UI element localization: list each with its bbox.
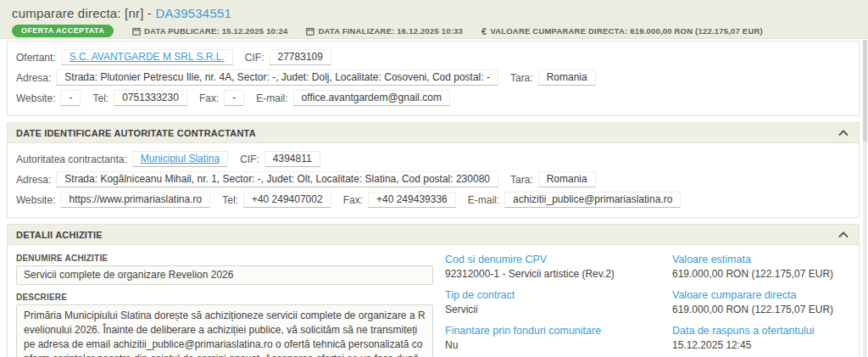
finantare-label: Finantare prin fonduri comunitare <box>445 325 672 337</box>
descriere-text: Primăria Municipiului Slatina dorește să… <box>24 310 426 357</box>
tara-value: Romania <box>538 70 596 86</box>
authority-section-header[interactable]: DATE IDENTIFICARE AUTORITATE CONTRACTANT… <box>8 123 859 143</box>
website-label: Website: <box>16 194 55 206</box>
tip-contract-item: Tip de contract Servicii <box>445 289 672 315</box>
fax-value: +40 249439336 <box>368 192 456 208</box>
descriere-label: DESCRIERE <box>16 293 433 302</box>
adresa-value: Strada: Kogălniceanu Mihail, nr. 1, Sect… <box>56 171 498 187</box>
email-label: E-mail: <box>468 194 499 206</box>
details-right-column: Valoare estimata 619.000,00 RON (122.175… <box>672 248 850 357</box>
denumire-label: DENUMIRE ACHIZITIE <box>16 254 433 263</box>
tara-value: Romania <box>538 171 596 187</box>
email-label: E-mail: <box>256 92 287 104</box>
cif-label: CIF: <box>240 153 259 165</box>
cif-value: 27783109 <box>270 49 331 65</box>
descriere-textarea[interactable]: Primăria Municipiului Slatina dorește să… <box>16 304 433 357</box>
finantare-value: Nu <box>445 339 672 351</box>
email-value: achizitii_publice@primariaslatina.ro <box>504 192 681 208</box>
valoare-estimata-item: Valoare estimata 619.000,00 RON (122.175… <box>672 254 850 280</box>
euro-icon: € <box>481 26 487 36</box>
adresa-label: Adresa: <box>16 72 51 84</box>
finalize-date: DATA FINALIZARE: 16.12.2025 10:33 <box>306 26 463 36</box>
website-value: https://www.primariaslatina.ro <box>60 192 210 208</box>
header-meta-row: OFERTA ACCEPTATA DATA PUBLICARE: 15.12.2… <box>12 25 856 37</box>
website-value: - <box>60 90 81 106</box>
tara-label: Tara: <box>510 174 533 186</box>
valoare-estimata-value: 619.000,00 RON (122.175,07 EUR) <box>672 268 850 280</box>
ofertant-label: Ofertant: <box>16 52 56 64</box>
page-header: cumparare directa: [nr] - DA39534551 OFE… <box>0 0 868 39</box>
cpv-item: Cod si denumire CPV 92312000-1 - Servici… <box>445 254 672 280</box>
adresa-label: Adresa: <box>16 174 51 186</box>
fax-value: - <box>224 90 244 106</box>
cif-label: CIF: <box>245 52 264 64</box>
chevron-up-icon[interactable] <box>838 231 849 238</box>
cif-value: 4394811 <box>264 151 320 167</box>
website-label: Website: <box>16 92 55 104</box>
tip-contract-value: Servicii <box>445 304 672 315</box>
page-title: cumparare directa: [nr] - DA39534551 <box>12 6 856 20</box>
authority-name-link[interactable]: Municipiul Slatina <box>132 151 228 167</box>
direct-purchase-value: € VALOARE CUMPARARE DIRECTA: 619.000,00 … <box>481 26 763 36</box>
page-title-text: cumparare directa: [nr] - <box>12 6 155 20</box>
raspuns-ofertant-label: Data de raspuns a ofertantului <box>672 325 850 337</box>
publish-date-label: DATA PUBLICARE: 15.12.2025 10:24 <box>144 26 287 36</box>
direct-purchase-value-label: VALOARE CUMPARARE DIRECTA: 619.000,00 RO… <box>490 26 763 36</box>
details-panel: DETALII ACHIZITIE DENUMIRE ACHIZITIE Ser… <box>7 224 860 357</box>
raspuns-ofertant-value: 15.12.2025 12:45 <box>672 339 850 351</box>
fax-label: Fax: <box>343 194 363 206</box>
valoare-cd-item: Valoare cumparare directa 619.000,00 RON… <box>672 289 850 315</box>
scrollbar-thumb[interactable] <box>863 40 867 142</box>
raspuns-ofertant-item: Data de raspuns a ofertantului 15.12.202… <box>672 325 850 351</box>
adresa-value: Strada: Plutonier Petrescu Ilie, nr. 4A,… <box>56 70 498 86</box>
finalize-date-label: DATA FINALIZARE: 16.12.2025 10:33 <box>318 26 463 36</box>
offerer-address-row: Adresa: Strada: Plutonier Petrescu Ilie,… <box>16 70 850 86</box>
details-left-column: DENUMIRE ACHIZITIE Servicii complete de … <box>16 248 433 357</box>
authority-section-title: DATE IDENTIFICARE AUTORITATE CONTRACTANT… <box>16 128 256 138</box>
email-value: office.avantgardem@gnail.com <box>293 90 450 106</box>
valoare-cd-label: Valoare cumparare directa <box>672 289 850 301</box>
fax-label: Fax: <box>199 92 219 104</box>
calendar-icon <box>132 27 141 36</box>
main-content: Ofertant: S.C. AVANTGARDE M SRL S.R.L. C… <box>0 39 868 357</box>
tel-value: +40 249407002 <box>243 192 331 208</box>
valoare-cd-value: 619.000,00 RON (122.175,07 EUR) <box>672 304 850 315</box>
details-section-title: DETALII ACHIZITIE <box>16 230 103 240</box>
cpv-value: 92312000-1 - Servicii artistice (Rev.2) <box>445 268 672 280</box>
details-section-header[interactable]: DETALII ACHIZITIE <box>8 225 859 245</box>
details-middle-column: Cod si denumire CPV 92312000-1 - Servici… <box>433 248 672 357</box>
denumire-input[interactable]: Servicii complete de organizare Revelion… <box>16 265 433 285</box>
cpv-label: Cod si denumire CPV <box>445 254 672 265</box>
tara-label: Tara: <box>510 72 533 84</box>
procurement-id-link[interactable]: DA39534551 <box>155 6 231 20</box>
offerer-contact-row: Website: - Tel: 0751333230 Fax: - E-mail… <box>16 90 850 106</box>
authority-address-row: Adresa: Strada: Kogălniceanu Mihail, nr.… <box>16 171 850 187</box>
tel-label: Tel: <box>222 194 238 206</box>
authority-label: Autoritatea contractanta: <box>16 153 127 165</box>
vertical-scrollbar[interactable] <box>863 40 867 357</box>
authority-contact-row: Website: https://www.primariaslatina.ro … <box>16 192 850 208</box>
authority-panel: DATE IDENTIFICARE AUTORITATE CONTRACTANT… <box>7 122 860 218</box>
valoare-estimata-label: Valoare estimata <box>672 254 850 265</box>
publish-date: DATA PUBLICARE: 15.12.2025 10:24 <box>132 26 287 36</box>
offerer-row: Ofertant: S.C. AVANTGARDE M SRL S.R.L. C… <box>16 49 850 65</box>
status-badge: OFERTA ACCEPTATA <box>12 25 114 37</box>
tel-value: 0751333230 <box>114 90 187 106</box>
chevron-up-icon[interactable] <box>838 130 849 137</box>
authority-row: Autoritatea contractanta: Municipiul Sla… <box>16 151 850 167</box>
tip-contract-label: Tip de contract <box>445 289 672 301</box>
offerer-panel: Ofertant: S.C. AVANTGARDE M SRL S.R.L. C… <box>7 41 860 116</box>
ofertant-name-link[interactable]: S.C. AVANTGARDE M SRL S.R.L. <box>61 49 233 65</box>
calendar-icon <box>306 27 314 36</box>
tel-label: Tel: <box>92 92 108 104</box>
finantare-item: Finantare prin fonduri comunitare Nu <box>445 325 672 351</box>
